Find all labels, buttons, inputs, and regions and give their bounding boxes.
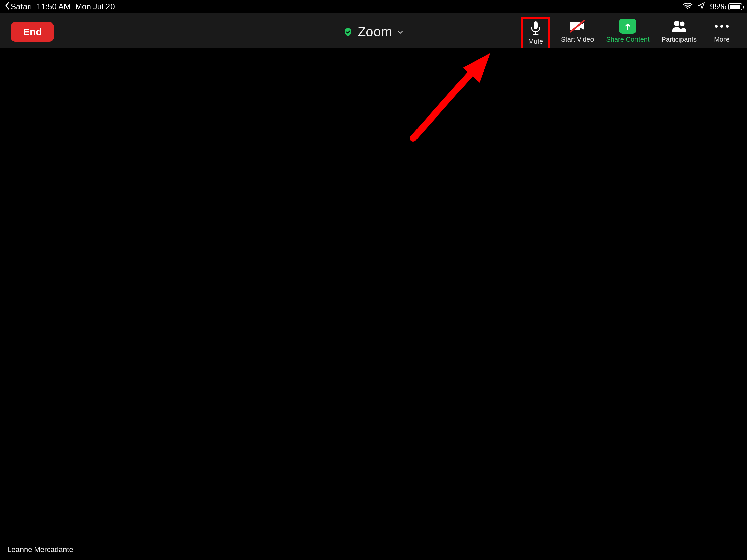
more-dots-icon [715,19,729,33]
svg-point-7 [680,22,684,26]
status-date: Mon Jul 20 [75,2,114,11]
wifi-icon [682,2,693,11]
svg-line-8 [413,64,479,138]
svg-point-0 [687,8,688,9]
battery-percentage: 95% [710,2,726,11]
toolbar-controls: Mute Start Video Share Content [521,14,736,50]
meeting-title-dropdown[interactable]: Zoom [343,24,404,39]
encryption-shield-icon [343,27,353,37]
meeting-title: Zoom [358,24,392,39]
share-content-icon [619,19,637,33]
start-video-button[interactable]: Start Video [560,17,595,46]
location-icon [697,2,705,12]
back-app-label: Safari [11,2,32,11]
back-to-safari-button[interactable]: Safari [5,2,32,12]
video-camera-off-icon [569,19,586,33]
participant-name-label: Leanne Mercadante [7,545,73,554]
end-meeting-button[interactable]: End [11,22,54,42]
back-chevron-icon [5,2,10,12]
participants-label: Participants [662,35,697,43]
svg-point-6 [674,21,679,26]
share-content-button[interactable]: Share Content [605,17,651,46]
svg-rect-1 [534,22,538,29]
start-video-label: Start Video [561,35,594,43]
participants-icon [671,19,688,33]
battery-icon [728,3,742,10]
chevron-down-icon [397,28,404,35]
annotation-arrow-icon [406,51,494,146]
ipad-status-bar: Safari 11:50 AM Mon Jul 20 95% [0,0,747,14]
share-content-label: Share Content [606,35,650,43]
mute-button[interactable]: Mute [521,17,550,50]
battery-status: 95% [710,2,742,11]
zoom-toolbar: End Zoom Mute [0,14,747,48]
participants-button[interactable]: Participants [660,17,698,46]
more-button[interactable]: More [707,17,736,46]
mute-label: Mute [529,37,543,45]
video-stage: Leanne Mercadante [0,48,747,560]
status-time: 11:50 AM [36,2,71,11]
more-label: More [714,35,729,43]
svg-marker-9 [463,53,490,83]
microphone-icon [530,21,542,35]
